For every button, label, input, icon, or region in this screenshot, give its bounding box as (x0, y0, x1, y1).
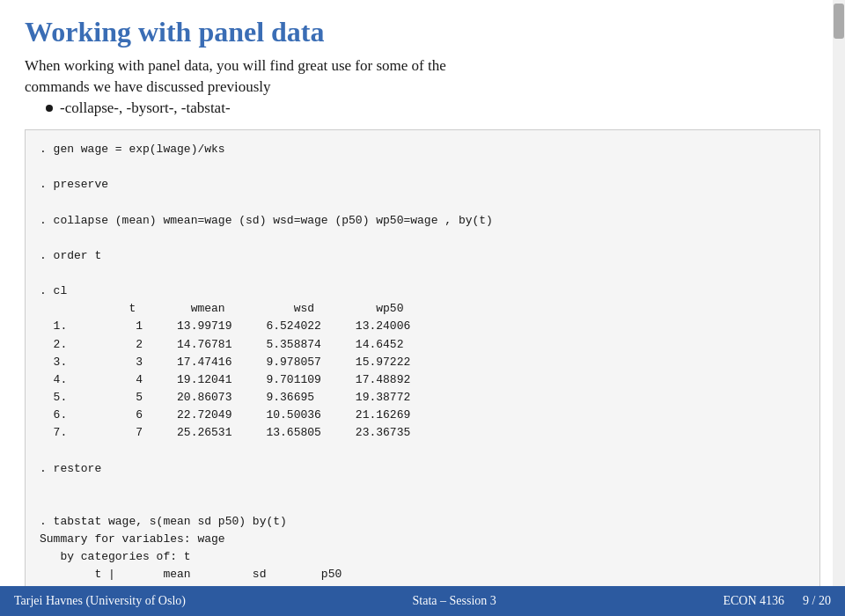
code-line (40, 194, 805, 211)
code-line: . tabstat wage, s(mean sd p50) by(t) (40, 513, 805, 531)
code-line: t wmean wsd wp50 (40, 300, 805, 318)
bullet-item: -collapse-, -bysort-, -tabstat- (46, 99, 820, 117)
main-content: Working with panel data When working wit… (0, 0, 845, 586)
code-line: t | mean sd p50 (40, 566, 805, 583)
code-line: 3. 3 17.47416 9.978057 15.97222 (40, 354, 805, 371)
code-line: 1. 1 13.99719 6.524022 13.24006 (40, 318, 805, 335)
code-line (40, 158, 805, 176)
page-container: Working with panel data When working wit… (0, 0, 845, 616)
code-line: 2. 2 14.76781 5.358874 14.6452 (40, 336, 805, 354)
footer-right: ECON 4136 9 / 20 (723, 594, 831, 608)
code-line (40, 478, 805, 495)
footer-course: ECON 4136 (723, 594, 784, 607)
footer-left: Tarjei Havnes (University of Oslo) (14, 594, 186, 608)
code-line (40, 495, 805, 513)
code-line: . preserve (40, 176, 805, 194)
scroll-bar[interactable] (833, 0, 845, 586)
code-line: . cl (40, 282, 805, 300)
footer-page: 9 / 20 (803, 594, 831, 607)
code-line: by categories of: t (40, 548, 805, 566)
bullet-dot-icon (46, 105, 53, 112)
scroll-thumb[interactable] (834, 4, 844, 39)
intro-line2: commands we have discussed previously (25, 78, 820, 96)
code-line: Summary for variables: wage (40, 531, 805, 548)
footer-center: Stata – Session 3 (413, 594, 496, 608)
code-line: 5. 5 20.86073 9.36695 19.38772 (40, 389, 805, 407)
code-line (40, 442, 805, 459)
footer: Tarjei Havnes (University of Oslo) Stata… (0, 586, 845, 616)
bullet-text: -collapse-, -bysort-, -tabstat- (60, 99, 231, 117)
page-title: Working with panel data (25, 16, 820, 48)
code-line: . gen wage = exp(lwage)/wks (40, 141, 805, 158)
code-line: 7. 7 25.26531 13.65805 23.36735 (40, 424, 805, 442)
code-line: . collapse (mean) wmean=wage (sd) wsd=wa… (40, 212, 805, 230)
code-block: . gen wage = exp(lwage)/wks . preserve .… (25, 129, 820, 586)
code-line: 4. 4 19.12041 9.701109 17.48892 (40, 371, 805, 389)
code-line: 6. 6 22.72049 10.50036 21.16269 (40, 407, 805, 424)
code-line (40, 230, 805, 247)
intro-line1: When working with panel data, you will f… (25, 57, 820, 75)
code-line: . restore (40, 460, 805, 478)
code-line: . order t (40, 247, 805, 265)
code-line (40, 265, 805, 282)
bullet-list: -collapse-, -bysort-, -tabstat- (46, 99, 820, 117)
